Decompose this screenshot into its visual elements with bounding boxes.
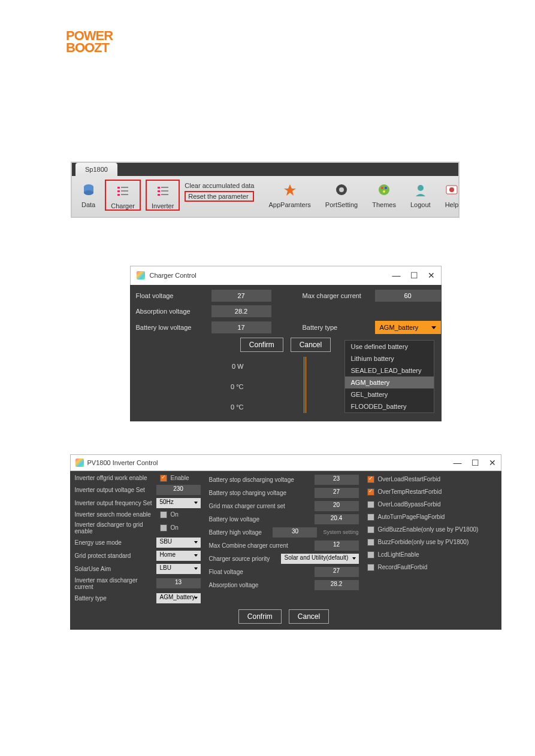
chgsrc-select[interactable]: Solar and Utility(default)	[281, 554, 359, 564]
gridstd-label: Grid protect standard	[75, 552, 153, 559]
outfreq-label: Inverter output frequency Set	[75, 500, 153, 506]
clear-data-link[interactable]: Clear accumulated data	[185, 182, 254, 189]
svg-rect-5	[117, 190, 120, 192]
maximize-icon[interactable]: ☐	[471, 458, 479, 467]
cc-cancel-button[interactable]: Cancel	[291, 338, 331, 352]
floatv-input[interactable]: 27	[211, 290, 271, 302]
temp1-value: 0 °C	[172, 383, 244, 390]
reset-param-link[interactable]: Reset the parameter	[185, 191, 254, 202]
dd-opt-sealed[interactable]: SEALED_LEAD_battery	[345, 365, 434, 377]
solaraim-select[interactable]: LBU	[156, 564, 201, 574]
svg-rect-9	[158, 187, 160, 189]
outvolt-label: Inverter output voltage Set	[75, 487, 153, 493]
minimize-icon[interactable]: —	[392, 271, 401, 280]
maxdisch-input[interactable]: 13	[156, 578, 201, 588]
disch-grid-value: On	[171, 524, 201, 531]
offgrid-label: Inverter offgrid work enable	[75, 475, 156, 481]
ic-floatv-input[interactable]: 27	[315, 567, 359, 577]
maxch-input[interactable]: 60	[375, 290, 441, 302]
outfreq-select[interactable]: 50Hz	[156, 498, 201, 508]
svg-point-19	[381, 187, 383, 189]
maximize-icon[interactable]: ☐	[410, 271, 418, 280]
floatv-label: Float voltage	[136, 292, 208, 299]
dd-opt-agm[interactable]: AGM_battery	[345, 377, 434, 388]
svg-rect-12	[161, 190, 168, 192]
recfault-checkbox[interactable]	[367, 564, 374, 571]
offgrid-checkbox[interactable]	[160, 475, 167, 482]
gridstd-select[interactable]: Home	[156, 551, 201, 561]
themes-button[interactable]: Themes	[367, 180, 401, 208]
search-checkbox[interactable]	[160, 511, 167, 518]
svg-rect-13	[158, 194, 160, 196]
ic-absorp-input[interactable]: 28.2	[315, 580, 359, 590]
logo-line-2: BOOZT	[66, 42, 505, 54]
portsetting-button[interactable]: PortSetting	[321, 180, 362, 208]
app-icon	[137, 271, 145, 280]
autoturn-checkbox[interactable]	[367, 514, 374, 521]
power-value: 0 W	[172, 363, 244, 370]
ic-battype-select[interactable]: AGM_battery	[156, 593, 201, 603]
cc-confirm-button[interactable]: Confirm	[240, 338, 283, 352]
lcdlight-checkbox[interactable]	[367, 551, 374, 558]
inverter-button[interactable]: Inverter	[146, 180, 180, 211]
portsetting-label: PortSetting	[325, 201, 358, 208]
buzz-forbid-checkbox[interactable]	[367, 539, 374, 546]
ic-bathigh-input[interactable]: 30	[273, 527, 317, 538]
absorp-input[interactable]: 28.2	[211, 305, 271, 317]
ic-right-col: OverLoadRestartForbid OverTempRestartFor…	[367, 475, 493, 603]
appparams-label: AppParamters	[268, 201, 310, 208]
close-icon[interactable]: ✕	[489, 458, 496, 467]
battype-select[interactable]: AGM_battery	[375, 321, 441, 334]
stopchg-input[interactable]: 27	[315, 488, 359, 498]
ic-titlebar: PV1800 Inverter Control — ☐ ✕	[70, 454, 501, 471]
maxdisch-label: Inverter max discharger current	[75, 577, 153, 590]
list-icon	[152, 183, 174, 199]
palette-icon	[372, 182, 396, 198]
data-label: Data	[81, 201, 95, 208]
dd-opt-user[interactable]: Use defined battery	[345, 341, 434, 353]
stopdisch-input[interactable]: 23	[315, 475, 359, 485]
gridbuzz-checkbox[interactable]	[367, 526, 374, 533]
svg-marker-15	[284, 184, 296, 196]
data-button[interactable]: Data	[77, 180, 100, 208]
inverter-control-window: PV1800 Inverter Control — ☐ ✕ Inverter o…	[70, 454, 501, 630]
maxcomb-input[interactable]: 12	[315, 541, 359, 551]
dd-opt-flooded[interactable]: FLOODED_battery	[345, 400, 434, 412]
svg-rect-8	[121, 194, 128, 195]
svg-point-22	[418, 185, 424, 191]
disch-grid-checkbox[interactable]	[160, 524, 167, 532]
recfault-label: RecordFaultForbid	[378, 564, 428, 570]
toolbar-window: Sp1800 Data Charger Inverter Clear accum…	[71, 162, 460, 218]
dd-opt-lithium[interactable]: Lithium battery	[345, 353, 434, 365]
appparams-button[interactable]: AppParamters	[264, 180, 315, 208]
dd-opt-gel[interactable]: GEL_battery	[345, 388, 434, 400]
energy-select[interactable]: SBU	[156, 538, 201, 548]
svg-rect-6	[121, 190, 128, 192]
logout-button[interactable]: Logout	[406, 180, 436, 208]
battype-dropdown[interactable]: Use defined battery Lithium battery SEAL…	[344, 340, 434, 413]
ic-absorp-label: Absorption voltage	[209, 582, 311, 588]
absorp-label: Absorption voltage	[136, 308, 208, 315]
ic-confirm-button[interactable]: Confrim	[238, 609, 282, 624]
ic-title-text: PV1800 Inverter Control	[87, 459, 158, 466]
overload-restart-checkbox[interactable]	[367, 476, 374, 483]
ic-middle-col: Battery stop discharging voltage23 Batte…	[209, 475, 359, 603]
svg-point-21	[383, 190, 385, 193]
minimize-icon[interactable]: —	[454, 458, 462, 467]
gridmax-input[interactable]: 20	[315, 501, 359, 511]
help-button[interactable]: Help	[440, 180, 464, 208]
svg-rect-14	[161, 194, 168, 195]
overtemp-restart-label: OverTempRestartForbid	[378, 488, 442, 495]
overtemp-restart-checkbox[interactable]	[367, 488, 374, 496]
ic-batlow-input[interactable]: 20.4	[315, 514, 359, 524]
outvolt-input[interactable]: 230	[156, 485, 201, 495]
tab-sp1800[interactable]: Sp1800	[75, 163, 117, 176]
battype-label: Battery type	[303, 324, 371, 331]
charger-button[interactable]: Charger	[105, 180, 141, 211]
overload-bypass-checkbox[interactable]	[367, 501, 374, 508]
close-icon[interactable]: ✕	[428, 271, 435, 280]
ic-cancel-button[interactable]: Cancel	[289, 609, 329, 624]
gear-icon	[325, 182, 358, 198]
batlow-input[interactable]: 17	[211, 321, 271, 333]
logo: POWER BOOZT	[66, 30, 505, 54]
